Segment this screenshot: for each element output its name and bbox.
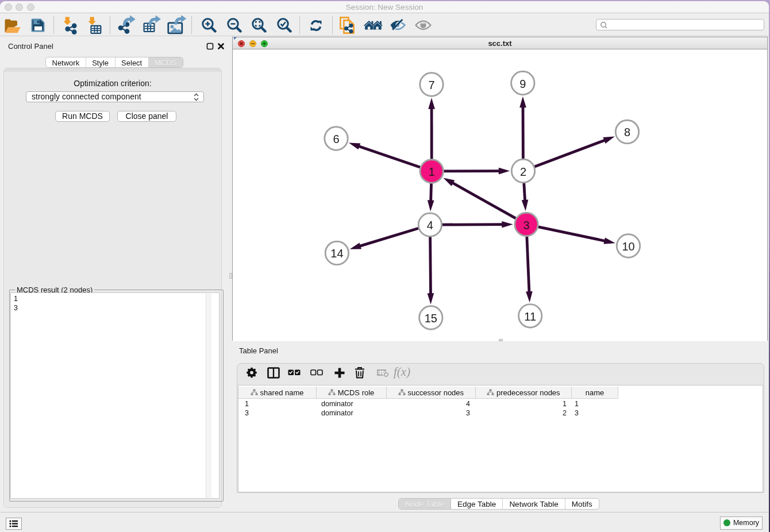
svg-text:14: 14 [330, 247, 343, 260]
svg-text:7: 7 [428, 79, 434, 91]
svg-text:9: 9 [519, 78, 526, 90]
svg-text:6: 6 [333, 133, 339, 145]
svg-text:1: 1 [429, 165, 435, 178]
svg-text:11: 11 [524, 310, 536, 323]
svg-text:15: 15 [425, 312, 437, 325]
svg-text:10: 10 [622, 240, 634, 253]
svg-text:3: 3 [523, 219, 529, 232]
svg-text:8: 8 [624, 126, 630, 138]
svg-text:2: 2 [520, 165, 526, 178]
svg-text:4: 4 [427, 219, 433, 232]
